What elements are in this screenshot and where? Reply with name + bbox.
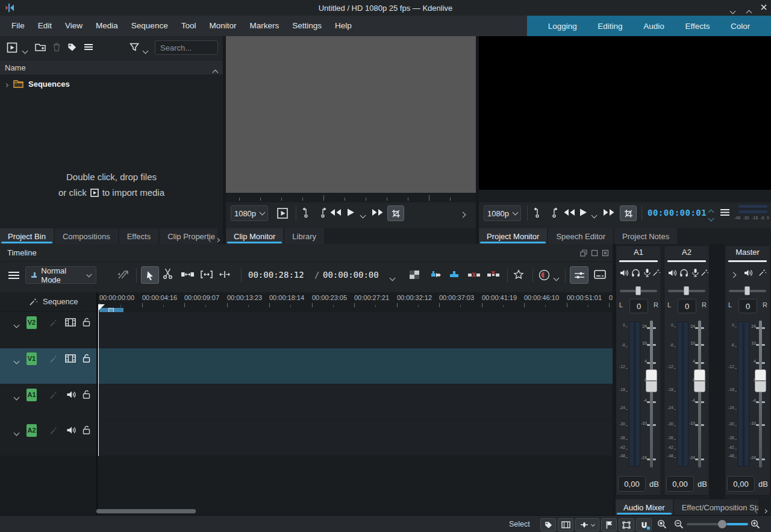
gain-spinbox[interactable]: 0,00 <box>727 476 755 492</box>
dock-close-icon[interactable] <box>602 249 609 257</box>
channel-effects-icon[interactable] <box>758 268 767 277</box>
record-mic-icon[interactable] <box>691 268 699 277</box>
rewind-icon[interactable] <box>563 208 575 216</box>
resize-item-icon[interactable] <box>201 271 213 278</box>
bin-column-header[interactable]: Name <box>0 61 223 75</box>
project-monitor-ruler[interactable] <box>479 190 771 202</box>
gain-spinbox[interactable]: 0,00 <box>618 476 646 492</box>
tab-scroll-left-icon[interactable] <box>209 234 212 243</box>
track-effects-icon[interactable] <box>49 318 58 327</box>
subtitles-icon[interactable] <box>594 270 606 280</box>
zoom-in-icon[interactable] <box>751 519 760 529</box>
lift-zone-icon[interactable] <box>487 271 500 279</box>
fader-handle[interactable] <box>694 369 705 392</box>
play-dropdown-icon[interactable] <box>361 210 365 219</box>
zone-mode-button[interactable] <box>387 205 404 221</box>
track-badge[interactable]: V1 <box>27 352 37 365</box>
tab-project-monitor[interactable]: Project Monitor <box>479 228 547 244</box>
expander-icon[interactable] <box>5 80 8 89</box>
audio-track-icon[interactable] <box>66 390 76 399</box>
monitor-headphones-icon[interactable] <box>679 268 688 277</box>
track-badge[interactable]: V2 <box>27 316 37 329</box>
timeline-menu-icon[interactable] <box>8 271 20 280</box>
workspace-tab[interactable]: Effects <box>685 22 710 31</box>
zoom-slider-handle[interactable] <box>718 520 726 528</box>
edit-mode-dropdown[interactable]: Normal Mode <box>25 266 96 284</box>
track-row-v1[interactable] <box>98 348 613 384</box>
timeline-ruler[interactable]: 00:00:00:00 00:00:04:16 00:00:09:07 00:0… <box>98 292 613 311</box>
zone-mode-button[interactable] <box>620 205 637 221</box>
balance-spinbox[interactable]: 0 <box>738 299 757 313</box>
filter-icon[interactable] <box>130 43 139 51</box>
workspace-tab[interactable]: Editing <box>598 22 622 31</box>
track-header-a1[interactable]: A1 <box>0 384 96 419</box>
tab-project-notes[interactable]: Project Notes <box>614 228 677 244</box>
zoom-out-icon[interactable] <box>674 519 684 529</box>
play-icon[interactable] <box>579 208 588 217</box>
project-timecode[interactable]: 00:00:00:01 <box>648 208 707 217</box>
channel-effects-icon[interactable] <box>701 268 709 277</box>
workspace-tab[interactable]: Audio <box>643 22 664 31</box>
insert-zone-icon[interactable] <box>276 207 289 219</box>
zone-out-icon[interactable] <box>317 207 328 218</box>
workspace-tab[interactable]: Logging <box>548 22 577 31</box>
add-clip-dropdown-icon[interactable] <box>23 46 27 55</box>
tab-scroll-left-icon[interactable] <box>755 505 758 515</box>
video-track-icon[interactable] <box>65 318 76 327</box>
record-mic-icon[interactable] <box>643 268 651 277</box>
tab-project-bin[interactable]: Project Bin <box>0 228 54 244</box>
record-icon[interactable] <box>538 269 550 281</box>
snap-button[interactable] <box>636 518 652 531</box>
fit-zone-button[interactable] <box>619 518 634 531</box>
add-clip-icon[interactable] <box>7 42 17 53</box>
forward-icon[interactable] <box>603 208 615 216</box>
collapse-master-icon[interactable] <box>731 270 735 279</box>
show-markers-button[interactable] <box>540 518 556 531</box>
timecode-spin-down-icon[interactable] <box>709 213 713 222</box>
track-effects-icon[interactable] <box>49 426 58 435</box>
tab-effect-composition-stack[interactable]: Effect/Composition Sta <box>674 499 758 515</box>
workspace-tab[interactable]: Color <box>731 22 750 31</box>
pan-handle[interactable] <box>744 286 750 295</box>
clip-monitor-ruler[interactable] <box>226 193 476 202</box>
zoom-fit-icon[interactable] <box>657 519 667 529</box>
playhead-line[interactable] <box>98 305 99 456</box>
menu-item[interactable]: Settings <box>286 16 328 36</box>
lock-track-icon[interactable] <box>83 354 90 363</box>
tab-library[interactable]: Library <box>284 228 324 244</box>
balance-spinbox[interactable]: 0 <box>629 299 648 313</box>
mute-icon[interactable] <box>744 268 753 277</box>
menu-item[interactable]: File <box>5 16 31 36</box>
fader-track[interactable] <box>759 321 762 468</box>
dock-maximize-icon[interactable] <box>591 249 598 257</box>
favorite-effects-icon[interactable] <box>513 269 524 280</box>
video-track-icon[interactable] <box>65 354 76 363</box>
video-thumbnails-button[interactable] <box>558 518 573 531</box>
playhead-flag[interactable] <box>98 304 105 311</box>
tab-effects[interactable]: Effects <box>119 228 159 244</box>
rewind-icon[interactable] <box>329 208 342 216</box>
menu-item[interactable]: Monitor <box>202 16 243 36</box>
tab-clip-monitor[interactable]: Clip Monitor <box>226 228 283 244</box>
delete-icon[interactable] <box>52 43 61 52</box>
sequence-header[interactable]: Sequence <box>0 292 96 311</box>
fader-handle[interactable] <box>755 369 766 392</box>
zoom-slider-track[interactable] <box>687 523 720 525</box>
project-resolution-dropdown[interactable]: 1080p <box>484 205 521 221</box>
overwrite-zone-icon[interactable] <box>449 271 460 279</box>
dock-float-icon[interactable] <box>580 249 587 257</box>
clip-resolution-dropdown[interactable]: 1080p <box>231 205 268 221</box>
menu-item[interactable]: Sequence <box>125 16 175 36</box>
minimize-button[interactable] <box>731 6 735 15</box>
track-header-a2[interactable]: A2 <box>0 420 96 455</box>
tag-icon[interactable] <box>67 43 76 52</box>
track-header-v1[interactable]: V1 <box>0 348 96 384</box>
track-effects-icon[interactable] <box>49 390 58 399</box>
fader-track[interactable] <box>650 321 653 468</box>
play-dropdown-icon[interactable] <box>592 210 596 219</box>
audio-thumbnails-button[interactable] <box>575 518 599 531</box>
tab-speech-editor[interactable]: Speech Editor <box>548 228 613 244</box>
mix-clips-icon[interactable] <box>117 269 130 280</box>
zoom-slider-fill[interactable] <box>726 523 748 525</box>
menu-item[interactable]: View <box>58 16 89 36</box>
